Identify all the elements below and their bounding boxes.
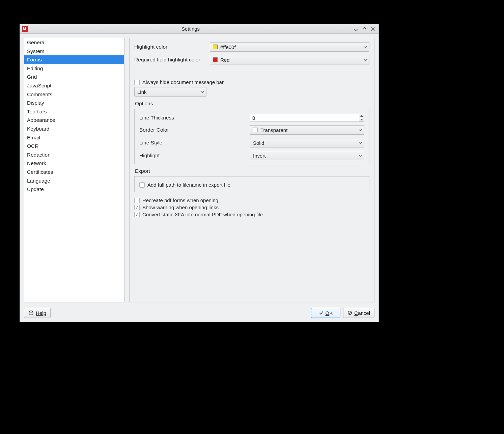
highlight-mode-dropdown[interactable]: Invert bbox=[250, 151, 364, 160]
maximize-button[interactable] bbox=[361, 25, 368, 33]
line-style-dropdown[interactable]: Solid bbox=[250, 138, 364, 147]
export-fullpath-label: Add full path to filename in export file bbox=[147, 182, 230, 188]
minimize-button[interactable] bbox=[352, 25, 360, 33]
always-hide-checkbox[interactable] bbox=[134, 80, 140, 85]
link-dropdown-value: Link bbox=[137, 89, 147, 95]
sidebar-item-ocr[interactable]: OCR bbox=[24, 142, 124, 151]
titlebar: Settings bbox=[20, 24, 379, 34]
check-icon bbox=[319, 310, 324, 315]
chevron-down-icon bbox=[364, 44, 367, 50]
sidebar-item-general[interactable]: General bbox=[24, 38, 124, 47]
line-thickness-input[interactable] bbox=[250, 114, 359, 122]
sidebar-item-display[interactable]: Display bbox=[24, 99, 124, 107]
sidebar-item-keyboard[interactable]: Keyboard bbox=[24, 125, 124, 133]
cancel-button-label-rest: ancel bbox=[358, 310, 370, 316]
dialog-footer: Help OK Cancel bbox=[20, 306, 379, 322]
cancel-button-label: C bbox=[354, 310, 358, 316]
recreate-forms-label: Recreate pdf forms when opening bbox=[142, 197, 218, 203]
color-swatch-icon bbox=[253, 128, 258, 132]
recreate-forms-checkbox[interactable] bbox=[134, 198, 140, 203]
link-dropdown[interactable]: Link bbox=[134, 87, 206, 97]
sidebar-item-network[interactable]: Network bbox=[24, 159, 124, 168]
app-icon bbox=[22, 26, 28, 32]
chevron-down-icon bbox=[364, 57, 367, 63]
line-style-value: Solid bbox=[253, 140, 264, 146]
required-color-label: Required field highlight color bbox=[134, 57, 210, 63]
export-group-title: Export bbox=[135, 168, 369, 174]
always-hide-label: Always hide document message bar bbox=[142, 79, 224, 85]
ok-button-label: O bbox=[326, 310, 330, 316]
chevron-down-icon bbox=[359, 153, 362, 159]
show-warning-label: Show warning when opening links bbox=[142, 205, 219, 210]
chevron-down-icon bbox=[359, 140, 362, 146]
convert-xfa-label: Convert static XFA into normal PDF when … bbox=[142, 212, 263, 217]
highlight-color-value: #ffe00f bbox=[220, 44, 236, 50]
line-style-label: Line Style bbox=[139, 140, 250, 146]
svg-line-4 bbox=[349, 311, 351, 314]
sidebar-item-toolbars[interactable]: Toolbars bbox=[24, 107, 124, 116]
options-group: Line Thickness Border bbox=[134, 109, 369, 164]
sidebar-item-certificates[interactable]: Certificates bbox=[24, 168, 124, 177]
line-thickness-label: Line Thickness bbox=[139, 115, 250, 121]
sidebar-item-email[interactable]: Email bbox=[24, 133, 124, 142]
convert-xfa-checkbox[interactable] bbox=[134, 212, 140, 217]
cancel-icon bbox=[347, 310, 352, 315]
highlight-mode-label: Highlight bbox=[139, 153, 250, 159]
ok-button-label-rest: K bbox=[329, 310, 333, 316]
window-title: Settings bbox=[30, 26, 351, 32]
sidebar-item-language[interactable]: Language bbox=[24, 177, 124, 185]
options-group-title: Options bbox=[135, 101, 369, 107]
sidebar-item-editing[interactable]: Editing bbox=[24, 64, 124, 73]
highlight-color-dropdown[interactable]: #ffe00f bbox=[210, 42, 369, 52]
line-thickness-spinbox[interactable] bbox=[250, 114, 364, 122]
settings-dialog: Settings GeneralSystemFormsEditingGridJa… bbox=[20, 24, 379, 322]
close-button[interactable] bbox=[369, 25, 376, 33]
color-swatch-icon bbox=[213, 57, 218, 62]
ok-button[interactable]: OK bbox=[311, 308, 341, 318]
highlight-mode-value: Invert bbox=[253, 153, 266, 159]
help-icon bbox=[28, 310, 34, 316]
export-fullpath-checkbox[interactable] bbox=[139, 182, 145, 188]
help-button[interactable]: Help bbox=[24, 308, 51, 318]
sidebar-item-grid[interactable]: Grid bbox=[24, 73, 124, 81]
export-group: Add full path to filename in export file bbox=[134, 176, 369, 192]
spin-down-button[interactable] bbox=[359, 118, 364, 122]
sidebar-item-update[interactable]: Update bbox=[24, 185, 124, 194]
show-warning-checkbox[interactable] bbox=[134, 205, 140, 210]
chevron-down-icon bbox=[359, 127, 362, 133]
cancel-button[interactable]: Cancel bbox=[343, 308, 374, 318]
settings-sidebar: GeneralSystemFormsEditingGridJavaScriptC… bbox=[24, 38, 124, 302]
settings-panel-forms: Highlight color #ffe00f Required field h… bbox=[129, 38, 374, 302]
highlight-color-label: Highlight color bbox=[134, 44, 210, 50]
chevron-down-icon bbox=[201, 89, 204, 95]
border-color-dropdown[interactable]: Transparent bbox=[250, 125, 364, 135]
sidebar-item-forms[interactable]: Forms bbox=[24, 55, 124, 64]
required-color-dropdown[interactable]: Red bbox=[210, 55, 369, 64]
sidebar-item-system[interactable]: System bbox=[24, 47, 124, 56]
required-color-value: Red bbox=[220, 57, 230, 63]
sidebar-item-appearance[interactable]: Appearance bbox=[24, 116, 124, 125]
color-swatch-icon bbox=[213, 45, 218, 49]
spin-up-button[interactable] bbox=[359, 114, 364, 118]
help-button-label: Help bbox=[36, 310, 46, 316]
sidebar-item-javascript[interactable]: JavaScript bbox=[24, 81, 124, 90]
border-color-label: Border Color bbox=[139, 127, 250, 133]
sidebar-item-comments[interactable]: Comments bbox=[24, 90, 124, 99]
border-color-value: Transparent bbox=[260, 127, 287, 133]
sidebar-item-redaction[interactable]: Redaction bbox=[24, 151, 124, 159]
